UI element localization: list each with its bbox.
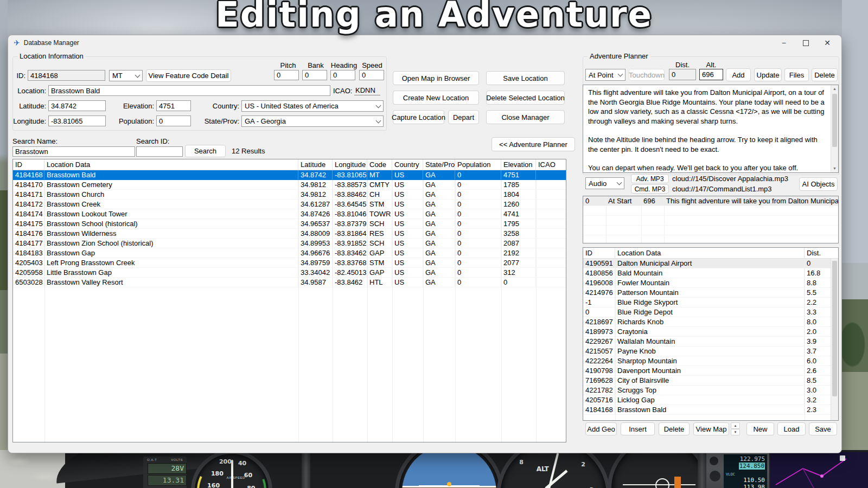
spin-down-icon[interactable]: ▼ (731, 429, 740, 435)
pitch-field[interactable]: 0 (274, 70, 299, 80)
depart-button[interactable]: Depart (448, 110, 479, 124)
waypoint-row[interactable]: 4180856 Bald Mountain 16.8 (583, 268, 838, 278)
alt-field[interactable]: 696 (699, 69, 723, 80)
latitude-field[interactable]: 34.8742 (48, 100, 106, 111)
waypoint-row[interactable]: 4218697 Richards Knob 8.0 (583, 317, 838, 327)
waypoint-row[interactable]: 4196008 Fowler Mountain 8.8 (583, 278, 838, 288)
col-header-id[interactable]: ID (13, 159, 44, 170)
files-button[interactable]: Files (784, 68, 809, 81)
spin-up-icon[interactable]: ▲ (731, 422, 740, 429)
ai-objects-button[interactable]: AI Objects (799, 177, 838, 191)
col-header-code[interactable]: Code (367, 159, 392, 170)
table-row[interactable]: 4184177 Brasstown Zion School (historica… (13, 239, 566, 248)
waypoint-row[interactable]: 4222264 Sharptop Mountain 6.0 (583, 356, 838, 366)
waypoint-row[interactable]: 4189973 Craytonia 2.0 (583, 327, 838, 337)
table-row[interactable]: 4184183 Brasstown Gap 34.96676 -83.83462… (13, 248, 566, 258)
waypoint-row[interactable]: 4184168 Brasstown Bald 2.3 (583, 405, 838, 415)
waypoint-row[interactable]: 4214976 Patterson Mountain 5.5 (583, 288, 838, 298)
save-button[interactable]: Save (809, 422, 837, 435)
command-row[interactable]: 0 At Start 696 This flight adventure wil… (583, 196, 838, 206)
results-table-header[interactable]: ID Location Data Latitude Longitude Code… (13, 159, 566, 170)
col-header-latitude[interactable]: Latitude (298, 159, 333, 170)
adv-mp3-button[interactable]: Adv. MP3 (631, 174, 669, 183)
id-field[interactable]: 4184168 (28, 70, 105, 81)
col-header-population[interactable]: Population (455, 159, 501, 170)
create-new-location-button[interactable]: Create New Location (393, 91, 479, 105)
waypoint-row[interactable]: 4190798 Davenport Mountain 2.6 (583, 366, 838, 376)
table-row[interactable]: 4184176 Brasstown Wilderness 34.88009 -8… (13, 229, 566, 239)
dist-field[interactable]: 0 (669, 69, 696, 80)
table-row[interactable]: 4184170 Brasstown Cemetery 34.9812 -83.8… (13, 180, 566, 190)
wp-col-header-location[interactable]: Location Data (615, 248, 805, 258)
waypoint-row[interactable]: -1 Blue Ridge Skyport 2.2 (583, 298, 838, 307)
col-header-elevation[interactable]: Elevation (501, 159, 536, 170)
audio-dropdown[interactable]: Audio (585, 177, 624, 189)
col-header-country[interactable]: Country (392, 159, 423, 170)
insert-button[interactable]: Insert (621, 422, 655, 435)
waypoint-row[interactable]: 4229267 Wallalah Mountain 3.9 (583, 337, 838, 346)
scrollbar-thumb[interactable] (832, 261, 837, 396)
cmd-mp3-button[interactable]: Cmd. MP3 (631, 184, 669, 194)
update-button[interactable]: Update (754, 68, 782, 81)
table-row[interactable]: 4184171 Brasstown Church 34.9812 -83.884… (13, 190, 566, 200)
scrollbar-thumb[interactable] (832, 94, 837, 147)
view-feature-code-button[interactable]: View Feature Code Detail (146, 69, 231, 82)
waypoint-row[interactable]: 4190591 Dalton Municipal Airport 0 (583, 259, 838, 268)
capture-location-button[interactable]: Capture Location (393, 110, 444, 124)
search-name-input[interactable]: Brasstown (12, 146, 135, 157)
feature-code-dropdown[interactable]: MT (109, 70, 143, 81)
table-row[interactable]: 4205958 Little Brasstown Gap 33.34042 -8… (13, 268, 566, 278)
view-map-button[interactable]: View Map (693, 422, 729, 435)
close-button[interactable]: ✕ (816, 35, 838, 50)
col-header-location[interactable]: Location Data (44, 159, 298, 170)
table-row[interactable]: 6503028 Brasstown Valley Resort 34.9587 … (13, 278, 566, 287)
waypoint-row[interactable]: 4205716 Licklog Gap 3.2 (583, 395, 838, 405)
delete-command-button[interactable]: Delete (812, 68, 838, 81)
search-button[interactable]: Search (185, 145, 226, 157)
location-field[interactable]: Brasstown Bald (48, 85, 330, 96)
delete-selected-location-button[interactable]: Delete Selected Location (486, 91, 565, 105)
new-button[interactable]: New (746, 422, 774, 435)
delete-waypoint-button[interactable]: Delete (659, 422, 690, 435)
heading-field[interactable]: 0 (330, 70, 355, 80)
scroll-up-icon[interactable]: ▲ (831, 85, 838, 93)
waypoints-scrollbar[interactable] (831, 259, 838, 420)
elevation-field[interactable]: 4751 (156, 100, 191, 111)
add-geo-button[interactable]: Add Geo (585, 422, 617, 435)
scroll-down-icon[interactable]: ▼ (831, 165, 838, 172)
country-dropdown[interactable]: US - United States of America (241, 100, 384, 112)
longitude-field[interactable]: -83.81065 (48, 115, 106, 126)
state-prov-dropdown[interactable]: GA - Georgia (241, 115, 384, 127)
wp-col-header-dist[interactable]: Dist. (805, 248, 838, 258)
add-button[interactable]: Add (726, 68, 751, 81)
icao-field[interactable]: KDNN (354, 86, 380, 95)
speed-field[interactable]: 0 (359, 70, 384, 80)
table-row[interactable]: 4184168 Brasstown Bald 34.8742 -83.81065… (13, 170, 566, 180)
touchdown-button[interactable]: Touchdown (629, 69, 665, 81)
waypoints-table[interactable]: ID Location Data Dist. 4190591 Dalton Mu… (583, 247, 839, 421)
description-scrollbar[interactable]: ▲ ▼ (831, 85, 838, 172)
adventure-description-box[interactable]: This flight adventure will take you from… (583, 85, 839, 173)
table-row[interactable]: 4184172 Brasstown Creek 34.61287 -83.645… (13, 200, 566, 209)
waypoints-table-header[interactable]: ID Location Data Dist. (583, 248, 838, 259)
waypoint-row[interactable]: 4215057 Payne Knob 3.7 (583, 346, 838, 356)
col-header-stateprov[interactable]: State/Prov (423, 159, 455, 170)
open-map-button[interactable]: Open Map in Browser (393, 71, 479, 85)
population-field[interactable]: 0 (156, 115, 191, 126)
col-header-icao[interactable]: ICAO (536, 159, 566, 170)
search-id-input[interactable] (136, 146, 183, 157)
col-header-longitude[interactable]: Longitude (333, 159, 367, 170)
load-button[interactable]: Load (777, 422, 806, 435)
window-titlebar[interactable]: ✈ Database Manager (8, 35, 841, 50)
location-results-table[interactable]: ID Location Data Latitude Longitude Code… (12, 159, 566, 442)
maximize-button[interactable] (795, 35, 816, 50)
wp-col-header-id[interactable]: ID (583, 248, 615, 258)
table-row[interactable]: 4205403 Left Prong Brasstown Creek 34.89… (13, 258, 566, 268)
close-manager-button[interactable]: Close Manager (486, 110, 565, 124)
bank-field[interactable]: 0 (302, 70, 327, 80)
waypoint-row[interactable]: 0 Blue Ridge Depot 3.3 (583, 307, 838, 317)
point-type-dropdown[interactable]: At Point (585, 69, 626, 81)
table-row[interactable]: 4184174 Brasstown Lookout Tower 34.87426… (13, 209, 566, 219)
reorder-spinner[interactable]: ▲ ▼ (731, 422, 740, 435)
minimize-button[interactable]: – (773, 35, 795, 50)
